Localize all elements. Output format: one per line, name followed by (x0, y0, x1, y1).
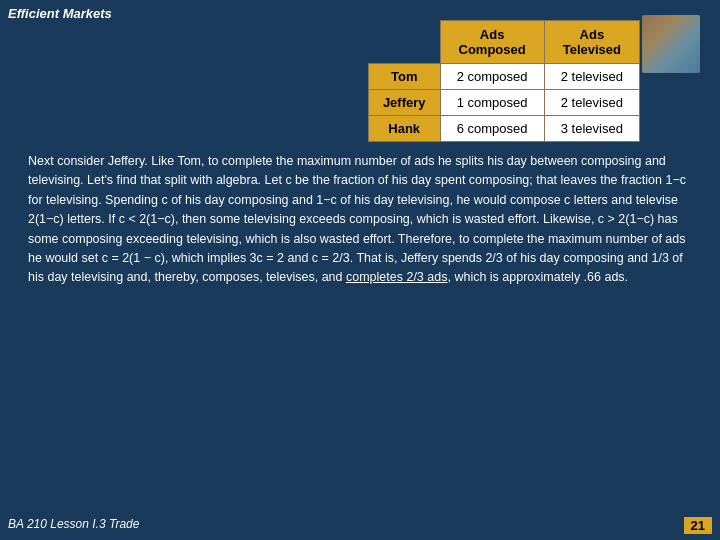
footer-course-label: BA 210 Lesson I.3 Trade (8, 517, 139, 534)
table-row: Jeffery 1 composed 2 televised (368, 90, 639, 116)
body-text-end: , which is approximately .66 ads. (447, 270, 628, 284)
underline-text: completes 2/3 ads (346, 270, 447, 284)
tom-composed: 2 composed (440, 64, 544, 90)
photo-image (642, 15, 700, 73)
footer: BA 210 Lesson I.3 Trade 21 (0, 517, 720, 534)
body-paragraph: Next consider Jeffery. Like Tom, to comp… (20, 146, 700, 292)
table-row: Tom 2 composed 2 televised (368, 64, 639, 90)
body-text-main: Next consider Jeffery. Like Tom, to comp… (28, 154, 686, 284)
footer-page-number: 21 (684, 517, 712, 534)
empty-header-cell (368, 21, 440, 64)
jeffery-composed: 1 composed (440, 90, 544, 116)
jeffery-televised: 2 televised (544, 90, 639, 116)
tom-televised: 2 televised (544, 64, 639, 90)
header-ads-televised: AdsTelevised (544, 21, 639, 64)
hank-televised: 3 televised (544, 116, 639, 142)
table-row: Hank 6 composed 3 televised (368, 116, 639, 142)
row-header-hank: Hank (368, 116, 440, 142)
header-ads-composed: AdsComposed (440, 21, 544, 64)
row-header-tom: Tom (368, 64, 440, 90)
hank-composed: 6 composed (440, 116, 544, 142)
row-header-jeffery: Jeffery (368, 90, 440, 116)
data-table: AdsComposed AdsTelevised Tom 2 composed … (368, 20, 640, 142)
